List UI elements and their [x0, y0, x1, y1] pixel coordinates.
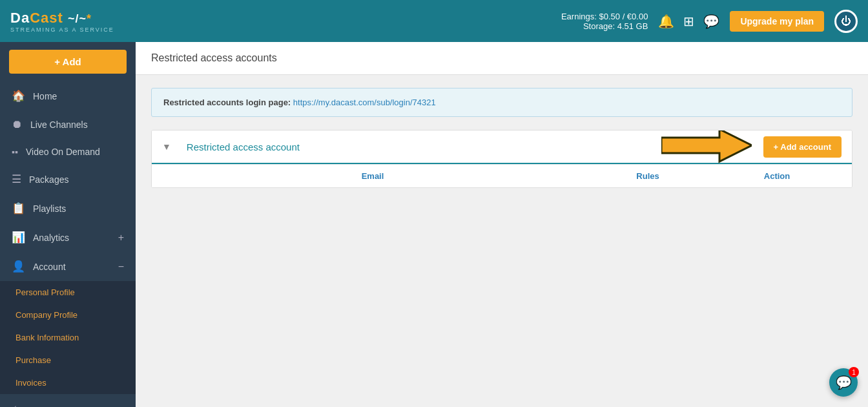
storage-line: Storage: 4.51 GB — [561, 21, 648, 31]
info-banner: Restricted accounts login page: https://… — [151, 88, 852, 117]
column-rules: Rules — [583, 171, 712, 181]
sidebar-item-home[interactable]: 🏠 Home — [0, 81, 136, 110]
logo-subtitle: STREAMING AS A SERVICE — [10, 26, 114, 33]
sidebar-sub-invoices[interactable]: Invoices — [0, 371, 136, 394]
upgrade-button[interactable]: Upgrade my plan — [730, 11, 824, 32]
layout: + Add 🏠 Home ⏺ Live Channels ▪▪ Video On… — [0, 42, 868, 407]
table-section: ▼ Restricted access account + Add accoun… — [151, 130, 852, 188]
vod-icon: ▪▪ — [12, 147, 18, 157]
live-channels-icon: ⏺ — [12, 118, 23, 131]
arrow-svg — [661, 130, 752, 165]
main-content: Restricted access accounts Restricted ac… — [136, 42, 868, 407]
columns-row: Email Rules Action — [152, 164, 852, 187]
back-icon: ← — [12, 401, 23, 407]
sidebar-item-vod[interactable]: ▪▪ Video On Demand — [0, 139, 136, 165]
chat-icon[interactable]: 💬 — [703, 14, 719, 29]
column-action: Action — [712, 171, 842, 181]
sidebar-item-label: Video On Demand — [26, 147, 100, 157]
fullscreen-icon[interactable]: ⊞ — [683, 14, 694, 29]
svg-marker-0 — [661, 130, 752, 162]
home-icon: 🏠 — [12, 89, 25, 103]
logo-area: DaCast ~/~* STREAMING AS A SERVICE — [10, 10, 114, 33]
sidebar-item-playlists[interactable]: 📋 Playlists — [0, 194, 136, 223]
earnings-label: Earnings: — [561, 12, 597, 21]
earnings-value: $0.50 / €0.00 — [599, 12, 648, 21]
sidebar-sub-personal-profile[interactable]: Personal Profile — [0, 281, 136, 304]
header: DaCast ~/~* STREAMING AS A SERVICE Earni… — [0, 0, 868, 42]
logo: DaCast ~/~* — [10, 10, 114, 26]
analytics-expand-icon[interactable]: + — [118, 232, 124, 244]
earnings-line: Earnings: $0.50 / €0.00 — [561, 12, 648, 21]
sidebar-item-label: Account — [33, 262, 66, 272]
page-header: Restricted access accounts — [136, 42, 868, 75]
account-expand-icon[interactable]: − — [118, 261, 124, 273]
section-chevron-icon[interactable]: ▼ — [162, 141, 171, 152]
avatar[interactable]: ⏻ — [834, 10, 858, 33]
sidebar-item-label: Home — [33, 91, 57, 101]
sidebar-sub-company-profile[interactable]: Company Profile — [0, 304, 136, 326]
sidebar-sub-bank-information[interactable]: Bank Information — [0, 326, 136, 349]
storage-label: Storage: — [583, 21, 615, 31]
info-banner-link[interactable]: https://my.dacast.com/sub/login/74321 — [293, 98, 436, 107]
sidebar-item-label: Packages — [29, 174, 68, 185]
sidebar-back-button[interactable]: ← — [0, 394, 136, 407]
sidebar-item-live-channels[interactable]: ⏺ Live Channels — [0, 110, 136, 139]
page-title: Restricted access accounts — [151, 52, 277, 63]
table-header-row: ▼ Restricted access account + Add accoun… — [152, 130, 852, 164]
bell-icon[interactable]: 🔔 — [658, 14, 674, 29]
packages-icon: ☰ — [12, 172, 21, 186]
add-account-button[interactable]: + Add account — [763, 136, 842, 158]
header-stats: Earnings: $0.50 / €0.00 Storage: 4.51 GB — [561, 12, 648, 31]
personal-profile-label: Personal Profile — [16, 287, 75, 297]
company-profile-label: Company Profile — [16, 310, 78, 320]
playlists-icon: 📋 — [12, 202, 25, 215]
chat-bubble-icon: 💬 — [836, 375, 852, 390]
analytics-icon: 📊 — [12, 231, 25, 244]
bank-information-label: Bank Information — [16, 333, 79, 342]
sidebar-item-analytics[interactable]: 📊 Analytics + — [0, 223, 136, 252]
column-email: Email — [162, 171, 583, 181]
sidebar-item-label: Live Channels — [30, 120, 88, 130]
content-area: Restricted accounts login page: https://… — [136, 75, 868, 407]
sidebar-item-label: Playlists — [33, 204, 66, 214]
header-icons: 🔔 ⊞ 💬 — [658, 14, 719, 29]
sidebar-sub-purchase[interactable]: Purchase — [0, 349, 136, 371]
account-icon: 👤 — [12, 260, 25, 273]
chat-support-button[interactable]: 💬 1 — [829, 368, 858, 397]
info-banner-prefix: Restricted accounts login page: — [163, 98, 291, 107]
storage-value: 4.51 GB — [617, 21, 648, 31]
sidebar-item-packages[interactable]: ☰ Packages — [0, 165, 136, 194]
add-button[interactable]: + Add — [9, 50, 127, 74]
arrow-annotation — [661, 130, 752, 167]
header-right: Earnings: $0.50 / €0.00 Storage: 4.51 GB… — [561, 10, 858, 33]
purchase-label: Purchase — [16, 355, 51, 365]
sidebar-item-account[interactable]: 👤 Account − — [0, 252, 136, 281]
invoices-label: Invoices — [16, 378, 46, 388]
sidebar-item-label: Analytics — [33, 233, 69, 243]
sidebar: + Add 🏠 Home ⏺ Live Channels ▪▪ Video On… — [0, 42, 136, 407]
chat-badge: 1 — [849, 367, 859, 377]
